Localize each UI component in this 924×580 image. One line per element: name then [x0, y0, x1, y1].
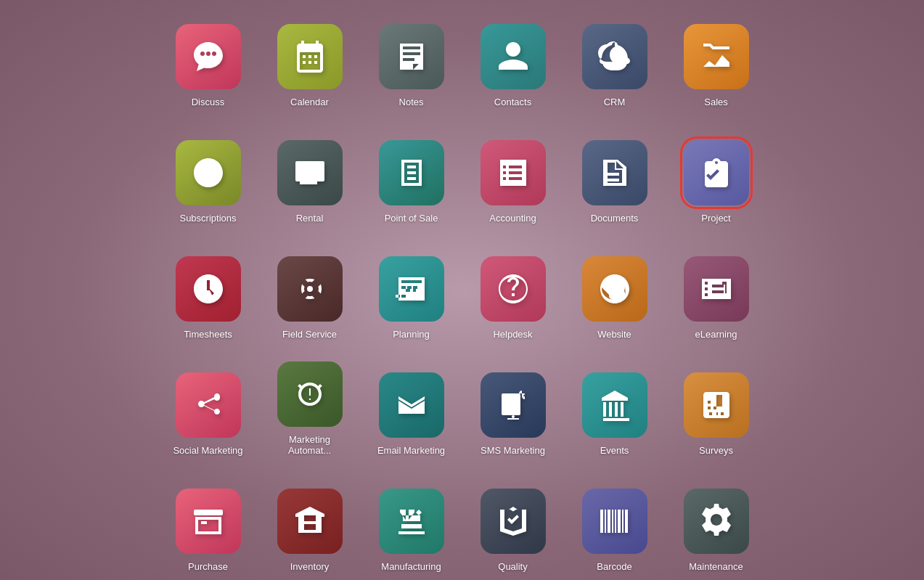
app-label: Documents — [591, 213, 639, 224]
app-item-timesheets[interactable]: Timesheets — [161, 234, 255, 346]
svg-rect-3 — [194, 510, 223, 515]
app-label: Events — [600, 445, 629, 457]
app-label: Maintenance — [689, 561, 743, 573]
svg-rect-0 — [295, 161, 324, 181]
svg-point-1 — [307, 286, 313, 292]
app-icon — [684, 24, 749, 89]
app-icon — [176, 489, 241, 554]
app-item-inventory[interactable]: Inventory — [263, 466, 357, 579]
app-item-project[interactable]: Project — [669, 118, 764, 230]
app-item-notes[interactable]: Notes — [364, 1, 459, 114]
app-label: Accounting — [489, 213, 536, 224]
app-icon — [176, 256, 241, 322]
app-item-manufacturing[interactable]: Manufacturing — [364, 466, 459, 579]
app-icon — [277, 362, 343, 427]
app-icon — [277, 489, 343, 554]
app-label: Project — [701, 213, 730, 224]
app-item-crm[interactable]: CRM — [568, 1, 662, 114]
app-icon — [684, 372, 749, 438]
app-icon — [481, 140, 546, 205]
app-item-rental[interactable]: Rental — [263, 118, 357, 230]
app-icon — [582, 256, 647, 322]
app-item-contacts[interactable]: Contacts — [466, 1, 560, 114]
app-icon — [379, 24, 444, 89]
app-item-purchase[interactable]: Purchase — [161, 466, 255, 579]
app-item-sms-marketing[interactable]: SMS Marketing — [466, 350, 560, 462]
app-label: Calendar — [290, 97, 329, 108]
app-label: Discuss — [192, 97, 225, 108]
app-icon — [379, 489, 444, 554]
app-icon — [379, 140, 444, 205]
app-label: Barcode — [597, 561, 631, 573]
app-item-subscriptions[interactable]: Subscriptions — [161, 118, 255, 230]
app-grid: DiscussCalendarNotesContactsCRMSalesSubs… — [161, 1, 764, 579]
app-icon — [176, 140, 241, 205]
app-item-planning[interactable]: Planning — [364, 234, 459, 346]
app-icon — [176, 24, 241, 89]
app-label: Purchase — [188, 561, 228, 573]
app-item-sales[interactable]: Sales — [669, 1, 764, 114]
app-label: Quality — [498, 561, 527, 573]
app-item-marketing-automat---[interactable]: Marketing Automat... — [263, 350, 357, 462]
app-item-barcode[interactable]: Barcode — [568, 466, 662, 579]
app-label: CRM — [604, 97, 626, 108]
app-icon — [481, 24, 546, 89]
app-label: Timesheets — [184, 329, 232, 340]
app-label: SMS Marketing — [481, 445, 545, 457]
app-icon — [277, 256, 343, 322]
app-label: Subscriptions — [179, 213, 236, 224]
app-icon — [481, 372, 546, 438]
app-label: Social Marketing — [173, 445, 242, 457]
app-label: Marketing Automat... — [268, 434, 351, 457]
app-item-elearning[interactable]: eLearning — [669, 234, 764, 346]
app-item-maintenance[interactable]: Maintenance — [669, 466, 764, 579]
app-label: Planning — [393, 329, 430, 340]
app-icon — [684, 489, 749, 554]
app-icon — [684, 140, 749, 205]
app-icon — [277, 140, 343, 205]
svg-rect-2 — [502, 393, 520, 415]
app-item-quality[interactable]: Quality — [466, 466, 560, 579]
app-icon — [684, 256, 749, 322]
app-item-documents[interactable]: Documents — [568, 118, 662, 230]
app-item-surveys[interactable]: Surveys — [669, 350, 764, 462]
app-label: eLearning — [695, 329, 737, 340]
app-item-events[interactable]: Events — [568, 350, 662, 462]
app-item-email-marketing[interactable]: Email Marketing — [364, 350, 459, 462]
app-item-point-of-sale[interactable]: Point of Sale — [364, 118, 459, 230]
app-item-helpdesk[interactable]: Helpdesk — [466, 234, 560, 346]
app-item-social-marketing[interactable]: Social Marketing — [161, 350, 255, 462]
app-icon — [582, 372, 647, 438]
app-label: Helpdesk — [493, 329, 532, 340]
app-icon — [582, 24, 647, 89]
app-icon — [176, 372, 241, 438]
app-label: Surveys — [699, 445, 733, 457]
app-label: Contacts — [494, 97, 531, 108]
app-label: Email Marketing — [377, 445, 445, 457]
app-item-discuss[interactable]: Discuss — [161, 1, 255, 114]
app-label: Manufacturing — [381, 561, 441, 573]
app-icon — [379, 256, 444, 322]
app-label: Point of Sale — [385, 213, 438, 224]
app-item-calendar[interactable]: Calendar — [263, 1, 357, 114]
app-label: Rental — [296, 213, 324, 224]
app-label: Notes — [399, 97, 424, 108]
app-label: Field Service — [282, 329, 337, 340]
app-icon — [481, 489, 546, 554]
app-icon — [277, 24, 343, 89]
app-icon — [582, 489, 647, 554]
app-item-accounting[interactable]: Accounting — [466, 118, 560, 230]
app-icon — [582, 140, 647, 205]
app-item-field-service[interactable]: Field Service — [263, 234, 357, 346]
app-icon — [379, 372, 444, 438]
app-label: Website — [597, 329, 631, 340]
app-label: Sales — [704, 97, 728, 108]
app-label: Inventory — [290, 561, 329, 573]
app-item-website[interactable]: Website — [568, 234, 662, 346]
app-icon — [481, 256, 546, 322]
